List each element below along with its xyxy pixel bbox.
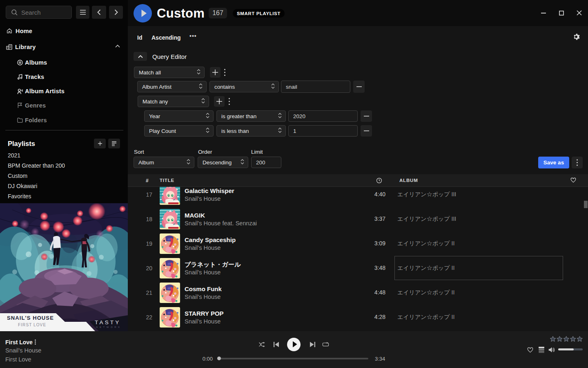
svg-text:FIRST LOVE: FIRST LOVE: [18, 323, 46, 327]
svg-text:TASTY: TASTY: [95, 319, 121, 325]
svg-text:SNAIL'S HOUSE: SNAIL'S HOUSE: [7, 315, 54, 321]
svg-text:NETWORK: NETWORK: [96, 326, 122, 328]
